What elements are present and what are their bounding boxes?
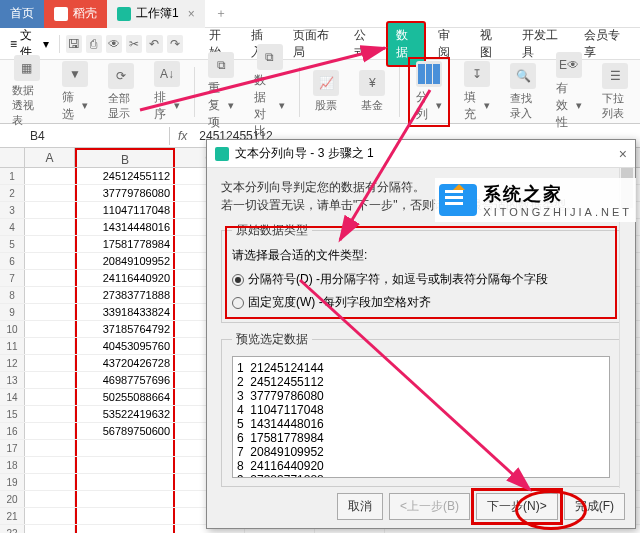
col-header-a[interactable]: A	[25, 148, 75, 167]
new-tab-button[interactable]: ＋	[205, 5, 237, 22]
cell[interactable]: 24512455112	[75, 168, 175, 184]
cell[interactable]	[25, 491, 75, 507]
cell[interactable]	[75, 440, 175, 456]
cell[interactable]	[25, 508, 75, 524]
row-header[interactable]: 1	[0, 168, 25, 184]
ribbon-sort[interactable]: A↓排序▾	[148, 59, 186, 125]
cell[interactable]: 40453095760	[75, 338, 175, 354]
cell[interactable]	[25, 355, 75, 371]
cell[interactable]: 37185764792	[75, 321, 175, 337]
cell[interactable]	[25, 457, 75, 473]
cancel-button[interactable]: 取消	[337, 493, 383, 520]
ribbon-dedup[interactable]: ⧉重复项▾	[202, 50, 240, 133]
row-header[interactable]: 12	[0, 355, 25, 371]
ribbon-split[interactable]: 分列▾	[408, 57, 450, 127]
print-icon[interactable]: ⎙	[86, 35, 102, 53]
row-header[interactable]: 21	[0, 508, 25, 524]
cell[interactable]	[25, 372, 75, 388]
cell[interactable]	[25, 406, 75, 422]
tab-doc[interactable]: 稻壳	[44, 0, 107, 28]
cell[interactable]: 20849109952	[75, 253, 175, 269]
cell[interactable]	[75, 491, 175, 507]
cell[interactable]	[25, 389, 75, 405]
fx-icon[interactable]: fx	[170, 129, 195, 143]
cell[interactable]: 33918433824	[75, 304, 175, 320]
row-header[interactable]: 3	[0, 202, 25, 218]
ribbon-reapply[interactable]: ⟳全部显示	[102, 61, 140, 123]
next-button[interactable]: 下一步(N)>	[476, 493, 558, 520]
cell[interactable]	[75, 525, 175, 533]
ribbon-fill[interactable]: ↧填充▾	[458, 59, 496, 125]
tab-sheet[interactable]: 工作簿1×	[107, 0, 205, 28]
tab-layout[interactable]: 页面布局	[283, 21, 343, 67]
row-header[interactable]: 4	[0, 219, 25, 235]
row-header[interactable]: 22	[0, 525, 25, 533]
ribbon-compare[interactable]: ⧉数据对比▾	[248, 42, 290, 142]
cell[interactable]	[25, 304, 75, 320]
ribbon-validate[interactable]: E👁有效性▾	[550, 50, 588, 133]
row-header[interactable]: 14	[0, 389, 25, 405]
cell[interactable]: 56789750600	[75, 423, 175, 439]
cell[interactable]	[25, 287, 75, 303]
row-header[interactable]: 2	[0, 185, 25, 201]
tab-home[interactable]: 首页	[0, 0, 44, 28]
cell[interactable]: 11047117048	[75, 202, 175, 218]
cell[interactable]: 37779786080	[75, 185, 175, 201]
cell[interactable]: 17581778984	[75, 236, 175, 252]
tab-formula[interactable]: 公式	[344, 21, 384, 67]
radio-fixed[interactable]: 固定宽度(W) -每列字段加空格对齐	[232, 291, 610, 314]
redo-icon[interactable]: ↷	[167, 35, 183, 53]
cell[interactable]	[25, 202, 75, 218]
preview-box[interactable]: 1 212451241442 245124551123 377797860804…	[232, 356, 610, 478]
ribbon-find[interactable]: 🔍查找录入	[504, 61, 542, 123]
cell[interactable]	[25, 338, 75, 354]
cell[interactable]	[25, 474, 75, 490]
ribbon-stock[interactable]: 📈股票	[307, 68, 345, 115]
row-header[interactable]: 13	[0, 372, 25, 388]
row-header[interactable]: 11	[0, 338, 25, 354]
row-header[interactable]: 16	[0, 423, 25, 439]
row-header[interactable]: 10	[0, 321, 25, 337]
cell[interactable]	[25, 219, 75, 235]
ribbon-filter[interactable]: ▼筛选▾	[56, 59, 94, 125]
ribbon-pivot[interactable]: ▦数据透视表	[6, 53, 48, 130]
cut-icon[interactable]: ✂	[126, 35, 142, 53]
cell[interactable]	[25, 253, 75, 269]
cell[interactable]	[25, 525, 75, 533]
cell[interactable]	[25, 236, 75, 252]
cell[interactable]: 50255088664	[75, 389, 175, 405]
cell[interactable]: 27383771888	[75, 287, 175, 303]
cell[interactable]	[25, 185, 75, 201]
finish-button[interactable]: 完成(F)	[564, 493, 625, 520]
cell[interactable]	[25, 270, 75, 286]
row-header[interactable]: 9	[0, 304, 25, 320]
cell[interactable]: 53522419632	[75, 406, 175, 422]
ribbon-fund[interactable]: ¥基金	[353, 68, 391, 115]
dialog-close-button[interactable]: ×	[619, 146, 627, 162]
ribbon-dropdown[interactable]: ☰下拉列表	[596, 61, 634, 123]
row-header[interactable]: 15	[0, 406, 25, 422]
cell[interactable]	[75, 457, 175, 473]
cell[interactable]	[25, 168, 75, 184]
cell[interactable]: 43720426728	[75, 355, 175, 371]
row-header[interactable]: 17	[0, 440, 25, 456]
cell[interactable]	[25, 440, 75, 456]
row-header[interactable]: 19	[0, 474, 25, 490]
cell[interactable]	[75, 474, 175, 490]
row-header[interactable]: 18	[0, 457, 25, 473]
cell[interactable]: 24116440920	[75, 270, 175, 286]
undo-icon[interactable]: ↶	[146, 35, 162, 53]
cell[interactable]	[25, 423, 75, 439]
cell[interactable]	[75, 508, 175, 524]
save-icon[interactable]: 🖫	[66, 35, 82, 53]
radio-delimited[interactable]: 分隔符号(D) -用分隔字符，如逗号或制表符分隔每个字段	[232, 268, 610, 291]
cell[interactable]	[25, 321, 75, 337]
row-header[interactable]: 7	[0, 270, 25, 286]
row-header[interactable]: 6	[0, 253, 25, 269]
name-box[interactable]: B4	[0, 127, 170, 145]
row-header[interactable]: 5	[0, 236, 25, 252]
preview-icon[interactable]: 👁	[106, 35, 122, 53]
cell[interactable]: 46987757696	[75, 372, 175, 388]
row-header[interactable]: 8	[0, 287, 25, 303]
close-icon[interactable]: ×	[188, 7, 195, 21]
